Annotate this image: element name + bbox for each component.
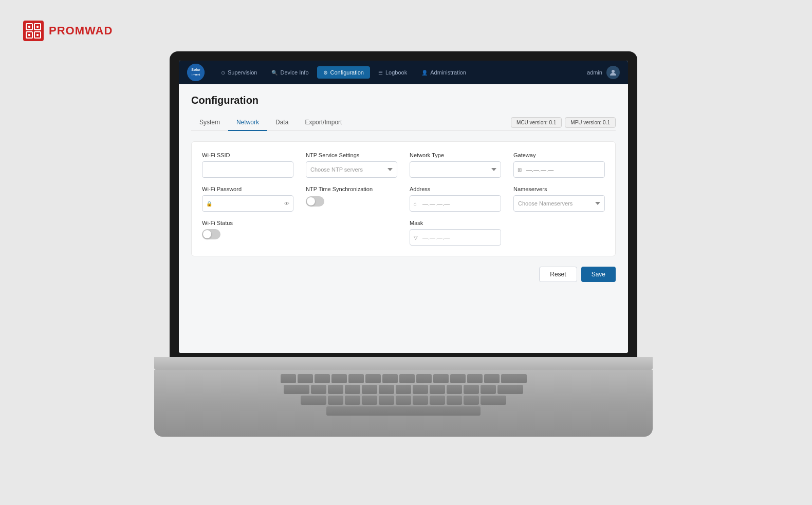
promwad-icon (23, 21, 44, 41)
address-input[interactable] (410, 195, 501, 212)
key (298, 374, 313, 383)
lock-icon: 🔒 (206, 201, 212, 207)
ntp-sync-label: NTP Time Synchronization (306, 186, 397, 192)
nav-item-logbook[interactable]: ☰ Logbook (372, 66, 413, 79)
mask-field-wrapper: ▽ (410, 229, 501, 246)
key (433, 374, 449, 383)
key (362, 396, 377, 405)
key (311, 385, 326, 394)
tabs-row: System Network Data Export/Import MCU ve… (191, 115, 616, 131)
laptop-screen: Solar invert ⊙ Supervision 🔍 (179, 61, 628, 353)
key (328, 396, 343, 405)
tab-data[interactable]: Data (267, 115, 297, 131)
key (362, 385, 377, 394)
supervision-icon: ⊙ (221, 70, 225, 76)
device-info-icon: 🔍 (271, 70, 278, 76)
key (281, 374, 296, 383)
configuration-icon: ⚙ (323, 70, 328, 76)
svg-rect-6 (36, 26, 39, 28)
key (345, 396, 360, 405)
nameservers-group: Nameservers Choose Nameservers (513, 186, 605, 212)
save-button[interactable]: Save (581, 267, 616, 282)
eye-icon[interactable]: 👁 (284, 201, 289, 207)
wifi-ssid-group: Wi-Fi SSID (202, 152, 293, 178)
app-navbar: Solar invert ⊙ Supervision 🔍 (179, 61, 628, 84)
version-badges: MCU version: 0.1 MPU version: 0.1 (511, 117, 616, 128)
logbook-icon: ☰ (378, 70, 383, 76)
gateway-icon: ⊞ (518, 167, 522, 173)
wifi-ssid-input[interactable] (202, 161, 293, 178)
key (413, 385, 428, 394)
nav-label-supervision: Supervision (228, 69, 257, 76)
ntp-sync-row (306, 196, 397, 207)
nav-user: admin (587, 66, 620, 79)
key (379, 385, 394, 394)
wifi-password-label: Wi-Fi Password (202, 186, 293, 192)
tab-export-import[interactable]: Export/Import (297, 115, 350, 131)
wifi-password-group: Wi-Fi Password 🔒 👁 (202, 186, 293, 212)
address-field-wrapper: ⌂ (410, 195, 501, 212)
svg-point-9 (187, 64, 205, 81)
key (379, 396, 394, 405)
gateway-label: Gateway (513, 152, 605, 158)
key (396, 396, 411, 405)
key (284, 385, 309, 394)
nameservers-label: Nameservers (513, 186, 605, 192)
wifi-password-field-wrapper: 🔒 👁 (202, 195, 293, 212)
nav-label-logbook: Logbook (385, 69, 407, 76)
laptop-base (154, 357, 653, 370)
key (396, 385, 411, 394)
nav-item-device-info[interactable]: 🔍 Device Info (265, 66, 315, 79)
nav-item-configuration[interactable]: ⚙ Configuration (317, 66, 370, 79)
mask-input[interactable] (410, 229, 501, 246)
mpu-version-badge: MPU version: 0.1 (565, 117, 616, 128)
network-type-group: Network Type (410, 152, 501, 178)
key (348, 374, 364, 383)
nav-item-administration[interactable]: 👤 Administration (415, 66, 472, 79)
mask-group: Mask ▽ (410, 220, 501, 246)
tab-system[interactable]: System (191, 115, 228, 131)
promwad-logo: PROMWAD (23, 21, 113, 41)
reset-button[interactable]: Reset (539, 267, 577, 282)
key (501, 374, 527, 383)
key (481, 385, 496, 394)
network-type-select[interactable] (410, 161, 501, 178)
nav-label-configuration: Configuration (330, 69, 364, 76)
app-logo: Solar invert (187, 64, 205, 81)
wifi-status-toggle[interactable] (202, 229, 220, 239)
ntp-sync-toggle[interactable] (306, 196, 324, 207)
keyboard-rows (182, 374, 624, 416)
user-avatar (606, 66, 620, 79)
nameservers-select[interactable]: Choose Nameservers (513, 195, 605, 212)
key (413, 396, 428, 405)
network-form: Wi-Fi SSID Wi-Fi Password 🔒 👁 (191, 141, 616, 256)
ntp-sync-group: NTP Time Synchronization (306, 186, 397, 207)
wifi-password-input[interactable] (202, 195, 293, 212)
key (447, 385, 462, 394)
key (467, 374, 483, 383)
wifi-ssid-label: Wi-Fi SSID (202, 152, 293, 158)
laptop-keyboard (154, 370, 653, 437)
wifi-status-label: Wi-Fi Status (202, 220, 293, 226)
key (481, 396, 506, 405)
laptop-bezel: Solar invert ⊙ Supervision 🔍 (170, 51, 637, 357)
ntp-service-select[interactable]: Choose NTP servers (306, 161, 397, 178)
key (430, 396, 445, 405)
app-logo-circle: Solar invert (187, 64, 205, 81)
mask-label: Mask (410, 220, 501, 226)
gateway-input[interactable] (513, 161, 605, 178)
key (464, 396, 479, 405)
key (315, 374, 330, 383)
key (484, 374, 500, 383)
network-type-label: Network Type (410, 152, 501, 158)
tab-network[interactable]: Network (228, 115, 267, 131)
nav-label-device-info: Device Info (280, 69, 308, 76)
administration-icon: 👤 (421, 70, 428, 76)
form-actions: Reset Save (191, 267, 616, 284)
svg-text:invert: invert (192, 73, 200, 76)
key (399, 374, 415, 383)
nav-item-supervision[interactable]: ⊙ Supervision (215, 66, 263, 79)
key (328, 385, 343, 394)
ntp-service-label: NTP Service Settings (306, 152, 397, 158)
key (382, 374, 398, 383)
